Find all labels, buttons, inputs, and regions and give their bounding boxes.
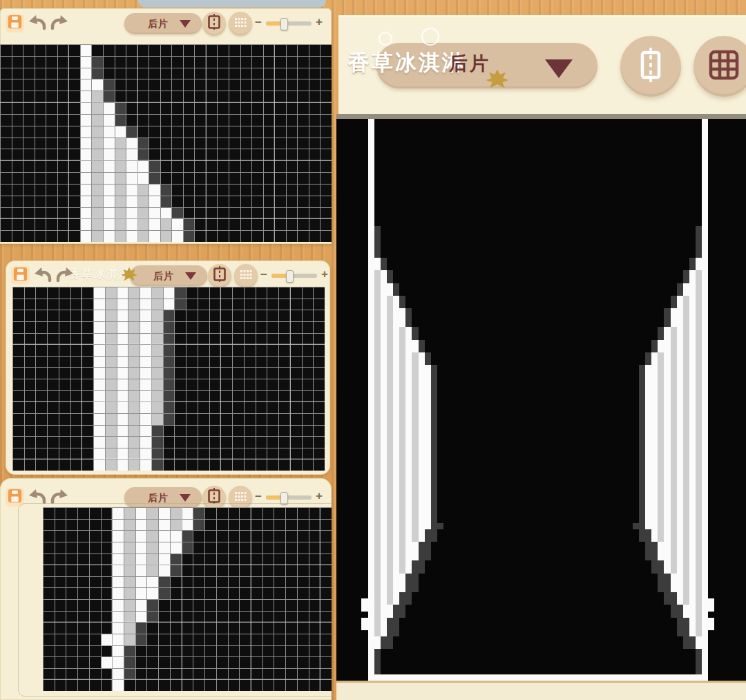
zoom-panel-header: 香草冰淇淋 后片 bbox=[338, 15, 746, 115]
logo-decor-circle bbox=[379, 32, 392, 46]
pattern-grid-canvas-top[interactable] bbox=[0, 44, 332, 242]
zoom-panel-footer bbox=[336, 681, 746, 700]
chevron-down-icon bbox=[180, 20, 191, 28]
chevron-down-icon bbox=[180, 494, 191, 502]
editor-panel-bottom: 后片 − + bbox=[0, 478, 332, 700]
piece-selector[interactable]: 后片 bbox=[124, 13, 202, 34]
piece-selector-label: 后片 bbox=[449, 51, 490, 76]
save-icon bbox=[8, 15, 22, 32]
mirror-button[interactable] bbox=[202, 486, 226, 509]
header-divider bbox=[336, 114, 746, 119]
zoom-slider-handle[interactable] bbox=[286, 270, 294, 283]
grid-view-button[interactable] bbox=[694, 36, 746, 97]
leaf-icon bbox=[120, 267, 138, 286]
save-icon bbox=[8, 489, 22, 506]
piece-selector-label: 后片 bbox=[153, 270, 174, 283]
logo-decor-accent bbox=[356, 55, 361, 62]
editor-panel-middle: 香草冰淇淋 后片 bbox=[6, 261, 330, 475]
piece-selector-label: 后片 bbox=[148, 492, 169, 504]
undo-button[interactable] bbox=[29, 489, 47, 504]
redo-button[interactable] bbox=[55, 267, 73, 283]
grid-icon bbox=[235, 17, 247, 30]
mirror-icon bbox=[638, 48, 664, 85]
grid-icon bbox=[708, 49, 740, 84]
zoom-slider-handle[interactable] bbox=[280, 492, 288, 504]
redo-button[interactable] bbox=[50, 489, 68, 504]
pattern-grid-canvas-middle[interactable] bbox=[12, 287, 325, 471]
piece-selector[interactable]: 后片 bbox=[124, 487, 202, 508]
zoom-slider-handle[interactable] bbox=[280, 18, 288, 30]
mirror-button[interactable] bbox=[208, 264, 231, 287]
zoom-in-button[interactable]: + bbox=[321, 267, 328, 281]
zoomed-canvas-area bbox=[336, 119, 746, 681]
toolbar-top: 后片 − + bbox=[0, 8, 332, 39]
save-button[interactable] bbox=[11, 266, 30, 285]
grid-icon bbox=[240, 269, 252, 282]
zoom-out-button[interactable]: − bbox=[255, 16, 262, 30]
undo-button[interactable] bbox=[35, 267, 52, 283]
zoom-out-button[interactable]: − bbox=[255, 490, 262, 504]
redo-icon bbox=[55, 267, 73, 285]
zoom-in-button[interactable]: + bbox=[316, 489, 323, 503]
app-root: { "logo_text": "香草冰淇淋", "toolbar": { "zo… bbox=[0, 0, 746, 700]
zoom-slider[interactable] bbox=[266, 20, 312, 27]
logo-decor-accent bbox=[353, 66, 357, 73]
redo-button[interactable] bbox=[50, 15, 68, 30]
zoom-slider[interactable] bbox=[271, 272, 317, 279]
grid-view-button[interactable] bbox=[229, 486, 252, 509]
zoom-slider[interactable] bbox=[266, 494, 312, 501]
grid-view-button[interactable] bbox=[234, 264, 258, 287]
mirror-icon bbox=[213, 266, 227, 285]
mirror-button[interactable] bbox=[202, 12, 226, 35]
mirror-icon bbox=[207, 488, 221, 507]
mirror-button[interactable] bbox=[620, 36, 681, 97]
editor-panel-top: 后片 − + bbox=[0, 8, 332, 244]
undo-icon bbox=[29, 495, 47, 507]
save-button[interactable] bbox=[6, 14, 24, 32]
grid-icon bbox=[235, 491, 247, 504]
grid-view-button[interactable] bbox=[229, 12, 252, 35]
redo-icon bbox=[50, 15, 68, 33]
piece-selector[interactable]: 后片 bbox=[130, 265, 207, 286]
save-button[interactable] bbox=[6, 488, 24, 507]
save-icon bbox=[13, 267, 28, 284]
undo-icon bbox=[29, 21, 47, 32]
zoom-out-button[interactable]: − bbox=[260, 268, 267, 282]
zoom-in-button[interactable]: + bbox=[316, 15, 323, 29]
background-window-sliver bbox=[138, 0, 326, 8]
chevron-down-icon[interactable] bbox=[545, 59, 573, 78]
chevron-down-icon bbox=[185, 272, 196, 280]
zoomed-pattern-canvas[interactable] bbox=[336, 119, 746, 681]
pattern-grid-canvas-bottom[interactable] bbox=[43, 507, 332, 691]
redo-icon bbox=[50, 489, 68, 507]
undo-button[interactable] bbox=[29, 15, 47, 30]
undo-icon bbox=[35, 273, 52, 285]
piece-selector-label: 后片 bbox=[148, 18, 169, 30]
mirror-icon bbox=[207, 14, 221, 33]
logo-watermark: 香草冰淇淋 bbox=[69, 267, 131, 282]
